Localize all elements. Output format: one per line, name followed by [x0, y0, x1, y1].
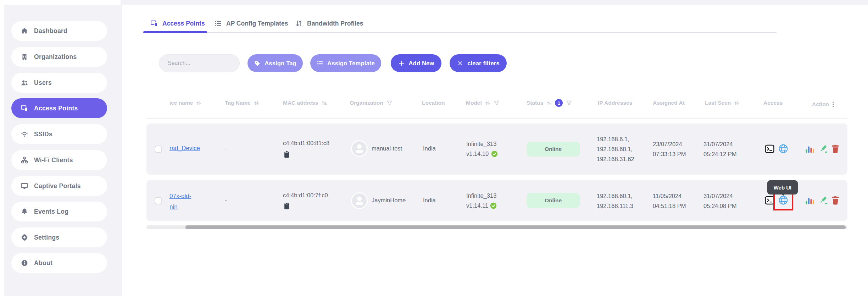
column-header-ip-addresses[interactable]: IP Addresses	[598, 99, 632, 106]
mac-address-cell: c4:4b:d1:00:7f:c0	[283, 192, 328, 199]
last-seen-time: 05:24:12 PM	[703, 151, 737, 158]
sidebar-item-label: About	[34, 259, 52, 267]
device-name-link[interactable]: nin	[169, 203, 178, 210]
sidebar-item-wifi-clients[interactable]: Wi-Fi Clients	[11, 150, 107, 170]
copy-mac-icon[interactable]	[284, 150, 290, 158]
tab-ap-config-templates[interactable]: AP Config Templates	[214, 16, 288, 31]
column-header-mac-address[interactable]: MAC address	[283, 99, 327, 106]
stats-chart-icon[interactable]	[806, 145, 815, 153]
sort-icon[interactable]	[485, 100, 490, 106]
wifi-icon	[21, 130, 28, 138]
arrows-up-down-icon	[295, 20, 303, 27]
users-icon	[21, 79, 28, 87]
web-ui-globe-icon[interactable]	[778, 144, 788, 154]
column-header-action[interactable]: Action	[812, 101, 834, 108]
edit-pencil-icon[interactable]	[819, 196, 828, 205]
organization-avatar	[351, 192, 368, 209]
info-icon	[21, 259, 28, 267]
assign-template-button[interactable]: Assign Template	[310, 54, 381, 72]
column-header-tag-name[interactable]: Tag Name	[225, 99, 259, 106]
sidebar-item-captive-portals[interactable]: Captive Portals	[11, 176, 107, 196]
sidebar-item-ssids[interactable]: SSIDs	[11, 124, 107, 144]
add-new-button[interactable]: Add New	[391, 54, 441, 72]
tag-name-cell: -	[225, 145, 227, 152]
column-header-organization[interactable]: Organization	[350, 99, 393, 106]
device-name-link[interactable]: 07x-old-	[169, 193, 191, 200]
check-circle-icon	[490, 202, 497, 209]
tag-icon	[254, 60, 261, 67]
assigned-at-time: 04:51:18 PM	[653, 203, 686, 209]
button-label: Assign Tag	[265, 60, 296, 67]
sidebar-item-label: Organizations	[34, 53, 77, 61]
ip-address-line: 192.168.111.3	[597, 203, 633, 209]
table-top-divider	[146, 118, 847, 119]
assigned-at-date: 23/07/2024	[653, 141, 682, 148]
plus-icon	[398, 60, 405, 67]
sort-icon[interactable]	[734, 100, 739, 106]
location-cell: India	[423, 197, 436, 204]
last-seen-time: 05:24:08 PM	[703, 203, 737, 209]
home-icon	[21, 27, 28, 35]
sidebar-item-access-points[interactable]: Access Points	[11, 98, 107, 118]
desktop-icon	[21, 182, 28, 190]
top-strip	[121, 0, 868, 5]
list-check-icon	[317, 60, 323, 67]
sidebar-item-about[interactable]: About	[11, 253, 107, 273]
model-cell: Infinite_313	[466, 192, 496, 199]
tab-access-points[interactable]: Access Points	[150, 16, 205, 31]
sort-amount-icon[interactable]	[321, 100, 327, 106]
tag-name-cell: -	[225, 197, 227, 204]
column-header-status[interactable]: Status 1	[527, 99, 572, 106]
ip-address-line: 192.168.31.62	[597, 156, 634, 163]
device-name-link[interactable]: rad_Device	[169, 145, 200, 152]
terminal-access-icon[interactable]	[765, 144, 774, 154]
stats-chart-icon[interactable]	[806, 197, 815, 204]
filter-icon[interactable]	[494, 100, 500, 106]
close-icon	[457, 60, 463, 67]
column-header-device-name[interactable]: ice name	[169, 99, 201, 106]
ip-address-line: 192.168.60.1,	[597, 146, 633, 153]
app-root: Dashboard Organizations Users Access Poi…	[0, 0, 868, 296]
column-header-location[interactable]: Location	[422, 99, 445, 106]
sidebar-item-users[interactable]: Users	[11, 73, 107, 93]
row-checkbox[interactable]	[155, 146, 162, 153]
tab-label: Access Points	[162, 20, 205, 27]
column-header-last-seen[interactable]: Last Seen	[705, 99, 739, 106]
gear-icon	[21, 234, 28, 241]
tab-bandwidth-profiles[interactable]: Bandwidth Profiles	[295, 16, 363, 31]
devices-icon	[150, 20, 158, 27]
sidebar-item-organizations[interactable]: Organizations	[11, 47, 107, 67]
clear-filters-button[interactable]: clear filters	[450, 54, 507, 72]
sidebar: Dashboard Organizations Users Access Poi…	[4, 5, 122, 296]
model-cell: Infinite_313	[466, 141, 496, 147]
row-checkbox[interactable]	[155, 197, 162, 204]
sidebar-item-label: Access Points	[34, 105, 78, 112]
status-filter-count-badge: 1	[555, 99, 563, 107]
sidebar-item-events-log[interactable]: Events Log	[11, 202, 107, 221]
assign-tag-button[interactable]: Assign Tag	[247, 54, 303, 72]
column-header-model[interactable]: Model	[466, 99, 500, 106]
web-ui-tooltip: Web UI	[767, 180, 798, 194]
status-badge: Online	[527, 142, 580, 157]
assigned-at-date: 11/05/2024	[653, 193, 681, 199]
delete-trash-icon[interactable]	[831, 196, 840, 205]
delete-trash-icon[interactable]	[831, 144, 840, 153]
sort-icon[interactable]	[196, 100, 201, 106]
column-header-access: Access	[763, 99, 783, 106]
organization-cell: JayminHome	[372, 197, 406, 204]
edit-pencil-icon[interactable]	[819, 144, 828, 153]
copy-mac-icon[interactable]	[284, 202, 290, 210]
filter-icon[interactable]	[386, 100, 393, 106]
search-input[interactable]	[159, 54, 240, 72]
ip-address-line: 192.168.6.1,	[597, 136, 629, 143]
sort-icon[interactable]	[546, 100, 552, 106]
sidebar-item-settings[interactable]: Settings	[11, 228, 107, 247]
horizontal-scrollbar-thumb[interactable]	[185, 225, 846, 229]
sidebar-item-dashboard[interactable]: Dashboard	[11, 21, 107, 41]
terminal-access-icon[interactable]	[765, 196, 774, 205]
filter-icon[interactable]	[566, 100, 572, 106]
sort-icon[interactable]	[254, 100, 259, 106]
dots-vertical-icon[interactable]	[832, 101, 834, 108]
column-header-assigned-at[interactable]: Assigned At	[653, 99, 685, 106]
mac-address-cell: c4:4b:d1:00:81:c8	[283, 140, 329, 147]
